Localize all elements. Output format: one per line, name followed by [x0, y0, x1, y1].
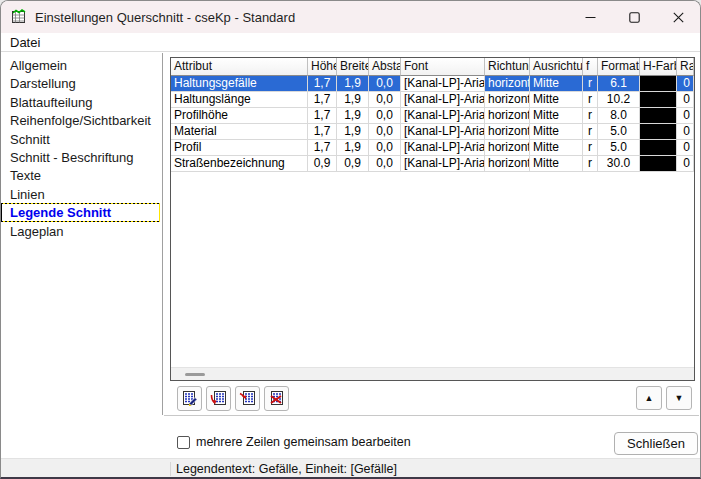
move-down-button[interactable]: ▼ [666, 386, 692, 410]
cell-attribut: Material [171, 124, 308, 140]
cell-richtung: horizonta [485, 108, 530, 124]
table-row[interactable]: Haltungslänge1,71,90,0[Kanal-LP]-Arialho… [171, 92, 694, 108]
cell-abstand: 0,0 [369, 92, 401, 108]
document-pencil-icon [181, 390, 198, 407]
sidebar-item-schnitt-beschriftung[interactable]: Schnitt - Beschriftung [1, 148, 162, 166]
cell-h_farbe [640, 124, 677, 140]
scrollbar-thumb[interactable] [185, 373, 205, 376]
cell-abstand: 0,0 [369, 156, 401, 172]
sidebar-item-lageplan[interactable]: Lageplan [1, 222, 162, 240]
close-dialog-button[interactable]: Schließen [614, 432, 698, 455]
cell-f: r [583, 140, 598, 156]
cell-ausrichtung: Mitte [530, 108, 583, 124]
cell-hoehe: 1,7 [308, 140, 337, 156]
row-move-buttons: ▲ ▼ [636, 386, 692, 410]
cell-font: [Kanal-LP]-Arial [401, 124, 485, 140]
sidebar-item-blattaufteilung[interactable]: Blattaufteilung [1, 93, 162, 111]
attribute-table: AttributHöheBreiteAbstaFontRichtungAusri… [170, 57, 695, 381]
cell-format: 10.2 [598, 92, 640, 108]
menu-datei[interactable]: Datei [1, 33, 49, 51]
statusbar-text: Legendentext: Gefälle, Einheit: [Gefälle… [176, 462, 397, 476]
cell-h_farbe [640, 140, 677, 156]
cell-ra: 0 [677, 108, 694, 124]
table-empty-area [171, 172, 694, 367]
cell-breite: 1,9 [337, 108, 369, 124]
minimize-icon [585, 12, 596, 23]
table-row[interactable]: Profil1,71,90,0[Kanal-LP]-Arialhorizonta… [171, 140, 694, 156]
window-title: Einstellungen Querschnitt - cseKp - Stan… [35, 10, 295, 25]
up-arrow-icon: ▲ [645, 393, 654, 403]
cell-hoehe: 1,7 [308, 124, 337, 140]
add-row-button[interactable] [235, 386, 260, 411]
column-header-h_farbe[interactable]: H-Farb [640, 58, 677, 76]
cell-h_farbe [640, 76, 677, 92]
column-header-richtung[interactable]: Richtung [485, 58, 530, 76]
cell-f: r [583, 124, 598, 140]
edit-row-button[interactable] [177, 386, 202, 411]
sidebar-item-schnitt[interactable]: Schnitt [1, 130, 162, 148]
menubar: Datei [1, 33, 700, 52]
separator-line [164, 415, 699, 417]
minimize-button[interactable] [568, 1, 612, 33]
cell-h_farbe [640, 92, 677, 108]
sidebar-item-reihenfolge-sichtbarkeit[interactable]: Reihenfolge/Sichtbarkeit [1, 111, 162, 129]
sidebar-item-texte[interactable]: Texte [1, 166, 162, 184]
cell-font: [Kanal-LP]-Arial [401, 140, 485, 156]
cell-ausrichtung: Mitte [530, 92, 583, 108]
cell-h_farbe [640, 108, 677, 124]
multi-edit-label: mehrere Zeilen gemeinsam bearbeiten [196, 435, 411, 449]
app-icon [11, 9, 27, 25]
table-header: AttributHöheBreiteAbstaFontRichtungAusri… [171, 58, 694, 76]
sidebar-item-allgemein[interactable]: Allgemein [1, 56, 162, 74]
cell-font: [Kanal-LP]-Arial [401, 76, 485, 92]
table-row[interactable]: Haltungsgefälle1,71,90,0[Kanal-LP]-Arial… [171, 76, 694, 92]
multi-edit-row: mehrere Zeilen gemeinsam bearbeiten [177, 435, 411, 449]
close-button[interactable] [656, 1, 700, 33]
insert-row-button[interactable] [206, 386, 231, 411]
sidebar-item-darstellung[interactable]: Darstellung [1, 74, 162, 92]
delete-row-button[interactable] [264, 386, 289, 411]
cell-f: r [583, 92, 598, 108]
cell-richtung: horizonta [485, 76, 530, 92]
column-header-abstand[interactable]: Absta [369, 58, 401, 76]
table-row[interactable]: Straßenbezeichnung0,90,90,0[Kanal-LP]-Ar… [171, 156, 694, 172]
horizontal-scrollbar[interactable] [171, 367, 694, 380]
table-row[interactable]: Material1,71,90,0[Kanal-LP]-Arialhorizon… [171, 124, 694, 140]
table-row[interactable]: Profilhöhe1,71,90,0[Kanal-LP]-Arialhoriz… [171, 108, 694, 124]
window-controls [568, 1, 700, 33]
statusbar-divider [170, 462, 171, 476]
cell-ausrichtung: Mitte [530, 156, 583, 172]
column-header-ausrichtung[interactable]: Ausrichtu [530, 58, 583, 76]
cell-hoehe: 0,9 [308, 156, 337, 172]
column-header-breite[interactable]: Breite [337, 58, 369, 76]
column-header-attribut[interactable]: Attribut [171, 58, 308, 76]
cell-breite: 1,9 [337, 76, 369, 92]
sidebar-item-linien[interactable]: Linien [1, 185, 162, 203]
move-up-button[interactable]: ▲ [636, 386, 662, 410]
row-toolbar [177, 386, 289, 411]
sidebar-item-legende-schnitt[interactable]: Legende Schnitt [1, 203, 160, 221]
column-header-hoehe[interactable]: Höhe [308, 58, 337, 76]
cell-ra: 0 [677, 124, 694, 140]
cell-breite: 1,9 [337, 140, 369, 156]
cell-f: r [583, 108, 598, 124]
cell-ra: 0 [677, 92, 694, 108]
cell-attribut: Haltungsgefälle [171, 76, 308, 92]
cell-attribut: Profilhöhe [171, 108, 308, 124]
cell-ausrichtung: Mitte [530, 140, 583, 156]
column-header-font[interactable]: Font [401, 58, 485, 76]
cell-richtung: horizonta [485, 124, 530, 140]
document-arrow-left-icon [239, 390, 256, 407]
cell-breite: 1,9 [337, 124, 369, 140]
column-header-format[interactable]: Format [598, 58, 640, 76]
cell-hoehe: 1,7 [308, 76, 337, 92]
document-delete-icon [268, 390, 285, 407]
multi-edit-checkbox[interactable] [177, 436, 190, 449]
table-body: Haltungsgefälle1,71,90,0[Kanal-LP]-Arial… [171, 76, 694, 172]
cell-format: 5.0 [598, 140, 640, 156]
column-header-f[interactable]: f [583, 58, 598, 76]
cell-font: [Kanal-LP]-Arial [401, 156, 485, 172]
column-header-ra[interactable]: Ra [677, 58, 694, 76]
cell-richtung: horizonta [485, 92, 530, 108]
maximize-button[interactable] [612, 1, 656, 33]
